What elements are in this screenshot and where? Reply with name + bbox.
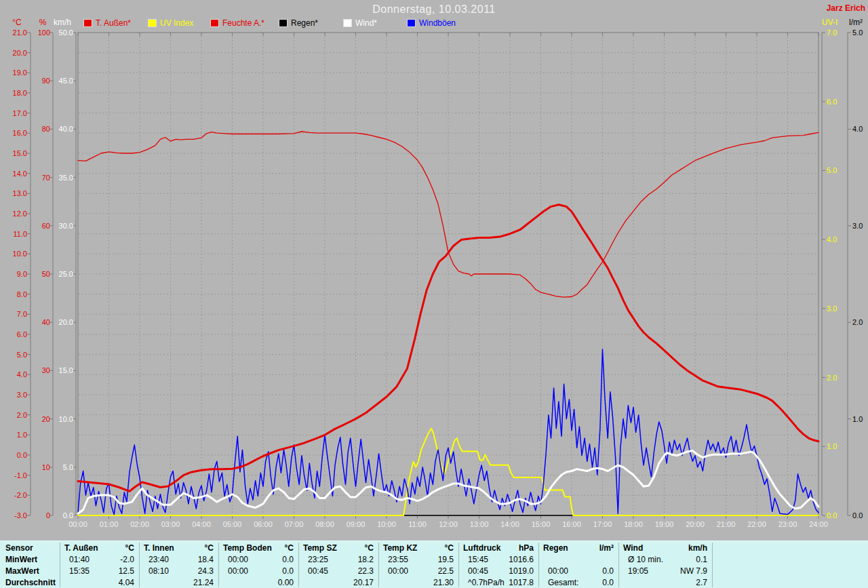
x-tick-label: 08:00 [315, 520, 334, 528]
tick-label-pct: 0 [46, 511, 50, 520]
tick-label-pct: 60 [42, 222, 50, 230]
tick-label-pct: 10 [42, 463, 50, 471]
table-column-unit: °C [64, 543, 134, 553]
tick-label-pct: 100 [38, 28, 50, 37]
table-column-divider [60, 543, 60, 587]
x-tick-label: 04:00 [192, 520, 211, 528]
x-tick-label: 00:00 [68, 520, 87, 528]
x-tick-label: 10:00 [377, 520, 396, 528]
table-column-divider [139, 543, 140, 587]
tick-label-kmh: 25.0 [59, 270, 73, 278]
table-cell-value: 21.30 [383, 577, 454, 588]
tick-label-lm2: 3.0 [852, 222, 863, 230]
x-tick-label: 16:00 [562, 520, 581, 528]
table-column-divider [218, 543, 219, 587]
axis-unit-lm2: l/m² [849, 18, 863, 27]
tick-label-temp: 20.0 [13, 49, 27, 57]
tick-label-kmh: 30.0 [59, 222, 73, 230]
table-column-divider [712, 543, 713, 587]
table-column-unit: °C [303, 543, 374, 553]
table-header-sensor: Sensor [5, 543, 33, 553]
table-cell-value: 0.0 [223, 566, 294, 576]
x-tick-label: 24:00 [809, 520, 828, 528]
x-tick-label: 13:00 [470, 520, 489, 528]
tick-label-kmh: 20.0 [59, 318, 73, 326]
x-tick-label: 14:00 [500, 520, 519, 528]
tick-label-temp: 4.0 [17, 370, 27, 378]
tick-label-temp: 2.0 [17, 411, 27, 419]
table-cell-value: 0.0 [543, 577, 614, 588]
table-cell-value: 1016.6 [463, 554, 534, 565]
table-cell-value: 1017.8 [463, 577, 534, 588]
table-cell-value: 1019.0 [463, 566, 534, 576]
table-column-divider [538, 543, 539, 587]
tick-label-uv: 1.0 [827, 442, 837, 450]
tick-label-temp: 1.0 [17, 431, 27, 439]
tick-label-lm2: 0.0 [852, 511, 863, 520]
tick-label-temp: 19.0 [13, 68, 27, 77]
x-tick-label: 06:00 [254, 520, 273, 528]
tick-label-temp: 10.0 [13, 250, 27, 258]
table-row-label: Durchschnitt [5, 577, 56, 588]
tick-label-temp: -1.0 [14, 471, 27, 479]
tick-label-lm2: 5.0 [852, 28, 863, 37]
table-cell-value: -2.0 [64, 554, 134, 565]
tick-label-temp: 0.0 [17, 451, 27, 459]
tick-label-uv: 7.0 [827, 28, 837, 37]
tick-label-temp: 8.0 [17, 290, 27, 298]
tick-label-lm2: 1.0 [852, 415, 863, 423]
table-cell-value: 22.3 [303, 566, 374, 576]
table-column-unit: °C [144, 543, 214, 553]
tick-label-pct: 50 [42, 270, 50, 278]
tick-label-kmh: 5.0 [63, 463, 73, 471]
tick-label-uv: 6.0 [827, 98, 837, 106]
table-column-unit: l/m² [543, 543, 614, 553]
tick-label-pct: 80 [42, 125, 50, 133]
table-row-label: MinWert [5, 554, 37, 565]
weather-chart-page: Donnerstag, 10.03.2011 Jarz Erich T. Auß… [0, 0, 868, 588]
table-column-unit: °C [383, 543, 454, 553]
tick-label-kmh: 15.0 [59, 366, 73, 374]
x-tick-label: 09:00 [347, 520, 366, 528]
tick-label-temp: 16.0 [13, 129, 27, 137]
x-tick-label: 20:00 [686, 520, 705, 528]
tick-label-temp: 18.0 [13, 89, 27, 97]
x-tick-label: 23:00 [778, 520, 797, 528]
x-tick-label: 21:00 [717, 520, 736, 528]
tick-label-temp: 17.0 [13, 109, 27, 117]
axis-unit-temp: °C [12, 18, 22, 27]
tick-label-temp: 21.0 [13, 28, 27, 37]
table-cell-value: 20.17 [303, 577, 374, 588]
tick-label-uv: 0.0 [827, 511, 837, 520]
table-cell-value: 0.00 [223, 577, 294, 588]
table-column-divider [378, 543, 379, 587]
x-tick-label: 02:00 [130, 520, 149, 528]
table-cell-value: 24.3 [144, 566, 214, 576]
table-cell-value: 0.0 [543, 566, 614, 576]
table-cell-value: 2.7 [623, 577, 707, 588]
table-cell-value: 18.2 [303, 554, 374, 565]
tick-label-uv: 2.0 [827, 374, 837, 382]
x-tick-label: 07:00 [285, 520, 304, 528]
x-tick-label: 01:00 [100, 520, 119, 528]
table-column-divider [458, 543, 459, 587]
tick-label-pct: 30 [42, 366, 50, 374]
tick-label-temp: -3.0 [14, 511, 27, 520]
tick-label-uv: 3.0 [827, 305, 837, 313]
x-tick-label: 12:00 [439, 520, 458, 528]
x-tick-label: 22:00 [747, 520, 766, 528]
tick-label-temp: 6.0 [17, 330, 27, 338]
tick-label-temp: -2.0 [14, 491, 27, 499]
tick-label-kmh: 40.0 [59, 125, 73, 133]
x-tick-label: 03:00 [161, 520, 180, 528]
tick-label-uv: 4.0 [827, 235, 837, 243]
table-cell-value: 22.5 [383, 566, 454, 576]
tick-label-temp: 3.0 [17, 391, 27, 399]
axis-unit-kmh: km/h [54, 18, 71, 27]
table-cell-value: 18.4 [144, 554, 214, 565]
tick-label-pct: 90 [42, 77, 50, 85]
table-column-divider [298, 543, 299, 587]
table-cell-value: 21.24 [144, 577, 214, 588]
table-cell-value: 0.1 [623, 554, 707, 565]
tick-label-temp: 14.0 [13, 170, 27, 178]
